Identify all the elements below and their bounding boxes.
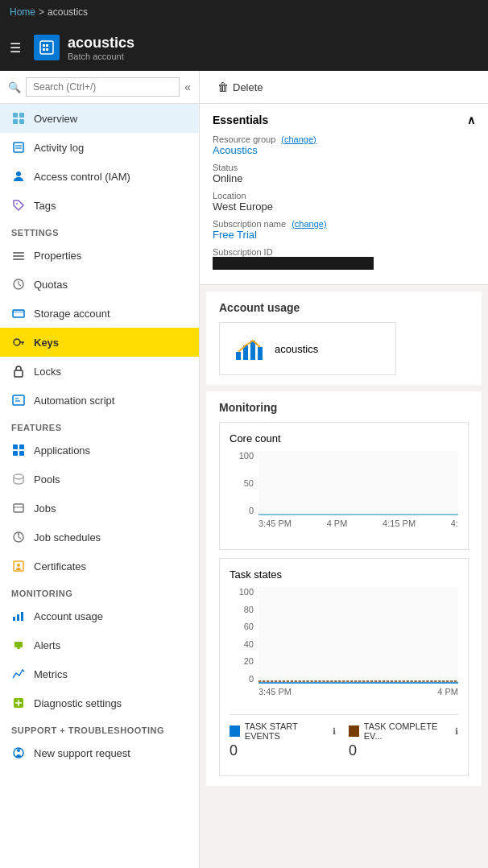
overview-label: Overview bbox=[34, 113, 77, 125]
task-states-legend: TASK START EVENTS ℹ 0 TASK COMPLETE EV..… bbox=[230, 714, 458, 766]
svg-rect-3 bbox=[43, 48, 45, 51]
sidebar-item-locks[interactable]: Locks bbox=[0, 357, 199, 386]
sidebar-item-metrics[interactable]: Metrics bbox=[0, 659, 199, 688]
legend-task-start: TASK START EVENTS ℹ 0 bbox=[230, 721, 336, 759]
pools-icon bbox=[11, 472, 26, 486]
y-label-50: 50 bbox=[244, 478, 254, 488]
delete-button[interactable]: 🗑 Delete bbox=[213, 77, 268, 97]
header-subtitle: Batch account bbox=[68, 52, 134, 61]
sidebar-item-alerts[interactable]: Alerts bbox=[0, 630, 199, 659]
jobs-label: Jobs bbox=[34, 502, 56, 515]
ts-x-4pm: 4 PM bbox=[437, 687, 458, 696]
alerts-icon bbox=[11, 638, 26, 652]
breadcrumb-home[interactable]: Home bbox=[10, 6, 35, 18]
svg-rect-30 bbox=[19, 451, 24, 456]
task-complete-info-icon[interactable]: ℹ bbox=[455, 726, 458, 737]
sidebar-item-activity-log[interactable]: Activity log bbox=[0, 133, 199, 162]
sidebar-item-storage-account[interactable]: Storage account bbox=[0, 299, 199, 328]
metrics-icon bbox=[11, 667, 26, 681]
svg-rect-29 bbox=[13, 451, 18, 456]
task-start-info-icon[interactable]: ℹ bbox=[333, 726, 336, 737]
properties-icon bbox=[11, 248, 26, 262]
storage-icon bbox=[11, 306, 26, 320]
location-row: Location West Europe bbox=[213, 191, 475, 213]
features-section-label: FEATURES bbox=[0, 415, 199, 436]
account-usage-section: Account usage acoustics bbox=[206, 291, 482, 385]
svg-rect-24 bbox=[13, 395, 24, 405]
core-count-chart-area bbox=[258, 451, 458, 515]
subscription-change-link[interactable]: (change) bbox=[292, 219, 326, 229]
svg-rect-15 bbox=[13, 255, 24, 257]
sidebar-item-diagnostic-settings[interactable]: Diagnostic settings bbox=[0, 688, 199, 717]
search-icon: 🔍 bbox=[8, 81, 21, 93]
sidebar-item-job-schedules[interactable]: Job schedules bbox=[0, 523, 199, 552]
search-box: 🔍 « bbox=[0, 71, 199, 104]
task-states-card: Task states 100 80 60 40 20 0 bbox=[219, 558, 469, 776]
sidebar-item-pools[interactable]: Pools bbox=[0, 465, 199, 494]
svg-rect-38 bbox=[13, 617, 15, 621]
account-usage-icon bbox=[11, 609, 26, 623]
alerts-label: Alerts bbox=[34, 639, 60, 651]
tags-label: Tags bbox=[34, 200, 56, 212]
x-label-345pm: 3:45 PM bbox=[258, 519, 292, 528]
sidebar-item-access-control[interactable]: Access control (IAM) bbox=[0, 162, 199, 191]
sidebar-item-jobs[interactable]: Jobs bbox=[0, 494, 199, 523]
settings-section-label: SETTINGS bbox=[0, 220, 199, 241]
sidebar-item-properties[interactable]: Properties bbox=[0, 241, 199, 270]
ts-y-40: 40 bbox=[244, 639, 254, 649]
location-label: Location bbox=[213, 191, 475, 200]
quotas-label: Quotas bbox=[34, 279, 68, 291]
account-usage-title: Account usage bbox=[219, 301, 469, 314]
sidebar-item-automation-script[interactable]: Automation script bbox=[0, 386, 199, 415]
svg-rect-16 bbox=[13, 258, 24, 260]
keys-label: Keys bbox=[34, 337, 59, 349]
account-usage-card[interactable]: acoustics bbox=[219, 322, 396, 375]
collapse-button[interactable]: « bbox=[184, 81, 191, 93]
sidebar-item-applications[interactable]: Applications bbox=[0, 436, 199, 465]
subscription-id-blocked bbox=[213, 257, 374, 270]
tags-icon bbox=[11, 198, 26, 213]
access-control-icon bbox=[11, 169, 26, 184]
svg-rect-6 bbox=[19, 113, 24, 118]
keys-icon bbox=[11, 335, 26, 349]
sidebar-item-keys[interactable]: Keys bbox=[0, 328, 199, 357]
svg-rect-19 bbox=[13, 310, 24, 313]
sidebar-item-new-support-request[interactable]: New support request bbox=[0, 738, 199, 767]
sidebar-item-quotas[interactable]: Quotas bbox=[0, 270, 199, 299]
ts-y-100: 100 bbox=[239, 587, 254, 597]
svg-rect-41 bbox=[14, 642, 23, 647]
subscription-row: Subscription name (change) Free Trial bbox=[213, 219, 475, 241]
certificates-icon bbox=[11, 559, 26, 573]
essentials-collapse-icon[interactable]: ∧ bbox=[467, 114, 475, 126]
resource-group-change-link[interactable]: (change) bbox=[281, 134, 316, 144]
core-count-chart: 100 50 0 3:45 PM 4 PM 4:15 PM 4: bbox=[230, 451, 458, 539]
sidebar-item-overview[interactable]: Overview bbox=[0, 104, 199, 133]
core-count-title: Core count bbox=[230, 432, 458, 444]
content-area: 🗑 Delete Essentials ∧ Resource group (ch… bbox=[200, 71, 488, 868]
status-value: Online bbox=[213, 172, 475, 184]
svg-rect-40 bbox=[21, 612, 23, 621]
subscription-label: Subscription name (change) bbox=[213, 219, 475, 229]
quotas-icon bbox=[11, 277, 26, 291]
hamburger-icon[interactable]: ☰ bbox=[10, 40, 21, 56]
search-input[interactable] bbox=[26, 77, 180, 97]
x-label-4more: 4: bbox=[451, 519, 458, 528]
sidebar-item-certificates[interactable]: Certificates bbox=[0, 552, 199, 581]
svg-rect-23 bbox=[14, 370, 23, 377]
job-schedules-icon bbox=[11, 530, 26, 544]
resource-group-value[interactable]: Acoustics bbox=[213, 144, 258, 156]
subscription-value[interactable]: Free Trial bbox=[213, 229, 257, 241]
ts-y-60: 60 bbox=[244, 622, 254, 631]
sidebar-item-account-usage[interactable]: Account usage bbox=[0, 601, 199, 630]
svg-point-13 bbox=[16, 203, 18, 205]
sidebar-item-tags[interactable]: Tags bbox=[0, 191, 199, 220]
location-value: West Europe bbox=[213, 200, 475, 213]
svg-rect-14 bbox=[13, 252, 24, 254]
core-count-y-labels: 100 50 0 bbox=[230, 451, 254, 515]
storage-account-label: Storage account bbox=[34, 308, 110, 320]
trash-icon: 🗑 bbox=[217, 81, 229, 93]
svg-point-35 bbox=[18, 533, 19, 535]
activity-log-icon bbox=[11, 140, 26, 155]
subscription-id-row: Subscription ID bbox=[213, 247, 475, 270]
y-label-0: 0 bbox=[249, 506, 254, 515]
